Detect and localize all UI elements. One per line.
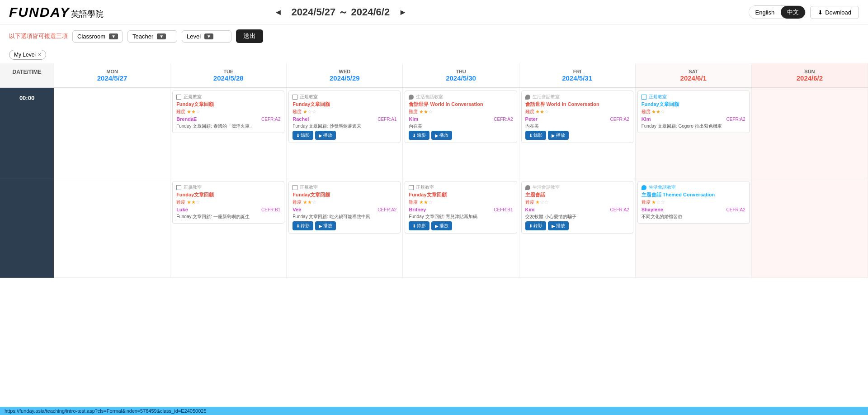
wed-cell-row2: 正規教室 Funday文章回顧 難度 ★★☆ Vee CEFR:A2 Funda… (287, 178, 403, 278)
fri-cell-row2: 生活會話教室 主題會話 難度 ★☆☆ Kim CEFR:A2 交友軟體-小心愛情… (519, 178, 636, 278)
class-topic: Funday 文章回顧: Gogoro 推出紫色機車 (642, 123, 745, 129)
classroom-dropdown[interactable]: Classroom ▼ (72, 30, 123, 43)
class-topic: Funday 文章回顧: 泰國的「漂浮火車」 (176, 123, 280, 129)
filter-label: 以下選項皆可複選三項 (9, 32, 68, 40)
classroom-arrow-icon: ▼ (109, 33, 118, 39)
language-toggle: English 中文 (749, 5, 806, 19)
class-card: 生活會話教室 主題會話 難度 ★☆☆ Kim CEFR:A2 交友軟體-小心愛情… (521, 181, 633, 234)
course-name: 主題會話 (525, 191, 629, 198)
teacher-row: Britney CEFR:B1 (409, 207, 513, 212)
record-button[interactable]: ⬇ 錄影 (292, 131, 313, 140)
course-name: 會話世界 World in Conversation (525, 101, 629, 108)
speech-icon (642, 185, 646, 190)
class-card: 生活會話教室 會話世界 World in Conversation 難度 ★★☆… (521, 91, 633, 143)
room-icon (176, 185, 181, 190)
teacher-name: Shaylene (642, 207, 663, 212)
play-button[interactable]: ▶ 播放 (431, 131, 452, 140)
action-buttons: ⬇ 錄影 ▶ 播放 (292, 131, 396, 140)
download-icon: ⬇ (818, 9, 823, 16)
class-card: 正規教室 Funday文章回顧 難度 ★★☆ BrendaE CEFR:A2 F… (172, 91, 284, 133)
difficulty: 難度 ★☆☆ (525, 199, 629, 205)
date-nav: ◄ 2024/5/27 ～ 2024/6/2 ► (274, 5, 407, 19)
level-dropdown[interactable]: Level ▼ (182, 30, 231, 43)
room-type: 正規教室 (292, 184, 396, 191)
tue-cell-row2: 正規教室 Funday文章回顧 難度 ★★☆ Luke CEFR:B1 Fund… (170, 178, 287, 278)
teacher-name: Rachel (292, 116, 309, 122)
play-button[interactable]: ▶ 播放 (548, 221, 569, 230)
class-topic: 交友軟體-小心愛情的騙子 (525, 214, 629, 219)
teacher-label: Teacher (132, 33, 153, 40)
next-week-button[interactable]: ► (399, 8, 407, 17)
room-type: 生活會話教室 (642, 184, 745, 191)
thu-header: THU 2024/5/30 (403, 63, 519, 87)
class-card: 正規教室 Funday文章回顧 難度 ★☆☆ Rachel CEFR:A1 Fu… (288, 91, 401, 143)
difficulty: 難度 ★★☆ (409, 109, 513, 115)
filter-tags-row: My Level × (0, 48, 868, 63)
class-card: 正規教室 Funday文章回顧 難度 ★★☆ Kim CEFR:A2 Funda… (637, 91, 750, 133)
record-button[interactable]: ⬇ 錄影 (525, 221, 546, 230)
teacher-row: BrendaE CEFR:A2 (176, 116, 280, 122)
logo-text: FUNDAY (9, 5, 70, 20)
mon-cell-row1 (54, 88, 170, 178)
room-icon (176, 95, 181, 100)
teacher-name: Peter (525, 116, 538, 122)
course-name: 會話世界 World in Conversation (409, 101, 513, 108)
class-topic: Funday 文章回顧: 一座新島嶼的誕生 (176, 214, 280, 219)
speech-icon (525, 95, 530, 100)
teacher-arrow-icon: ▼ (157, 33, 166, 39)
play-button[interactable]: ▶ 播放 (548, 131, 569, 140)
lang-chinese-button[interactable]: 中文 (781, 6, 805, 19)
time-slot-empty (0, 178, 54, 278)
record-button[interactable]: ⬇ 錄影 (292, 221, 313, 230)
sat-cell-row1: 正規教室 Funday文章回顧 難度 ★★☆ Kim CEFR:A2 Funda… (636, 88, 752, 178)
teacher-name: Luke (176, 207, 188, 212)
wed-cell-row1: 正規教室 Funday文章回顧 難度 ★☆☆ Rachel CEFR:A1 Fu… (287, 88, 403, 178)
course-name: Funday文章回顧 (176, 101, 280, 108)
course-name: Funday文章回顧 (292, 101, 396, 108)
record-button[interactable]: ⬇ 錄影 (409, 221, 429, 230)
class-card: 生活會話教室 主題會話 Themed Conversation 難度 ★☆☆ S… (637, 181, 750, 224)
teacher-name: BrendaE (176, 116, 197, 122)
difficulty: 難度 ★☆☆ (642, 199, 745, 205)
teacher-name: Vee (292, 207, 301, 212)
room-type: 正規教室 (409, 184, 513, 191)
teacher-row: Rachel CEFR:A1 (292, 116, 396, 122)
prev-week-button[interactable]: ◄ (274, 8, 283, 17)
record-button[interactable]: ⬇ 錄影 (409, 131, 429, 140)
my-level-tag-close[interactable]: × (38, 52, 41, 58)
submit-button[interactable]: 送出 (236, 29, 263, 43)
record-button[interactable]: ⬇ 錄影 (525, 131, 546, 140)
difficulty: 難度 ★★☆ (642, 109, 745, 115)
room-icon (642, 95, 646, 100)
difficulty: 難度 ★★☆ (525, 109, 629, 115)
cefr-level: CEFR:A2 (726, 117, 745, 122)
room-type: 正規教室 (176, 184, 280, 191)
class-card: 正規教室 Funday文章回顧 難度 ★★☆ Britney CEFR:B1 F… (405, 181, 517, 234)
course-name: Funday文章回顧 (409, 191, 513, 198)
lang-english-button[interactable]: English (749, 6, 781, 19)
room-type: 正規教室 (292, 94, 396, 100)
class-card: 生活會話教室 會話世界 World in Conversation 難度 ★★☆… (405, 91, 517, 143)
teacher-name: Kim (642, 116, 651, 122)
room-type: 生活會話教室 (525, 94, 629, 100)
classroom-label: Classroom (77, 33, 105, 40)
thu-cell-row2: 正規教室 Funday文章回顧 難度 ★★☆ Britney CEFR:B1 F… (403, 178, 519, 278)
action-buttons: ⬇ 錄影 ▶ 播放 (409, 131, 513, 140)
download-button[interactable]: ⬇ Download (810, 6, 859, 19)
course-name: Funday文章回顧 (292, 191, 396, 198)
play-button[interactable]: ▶ 播放 (315, 221, 336, 230)
speech-icon (525, 185, 530, 190)
cefr-level: CEFR:A2 (610, 207, 629, 212)
filter-bar: 以下選項皆可複選三項 Classroom ▼ Teacher ▼ Level ▼… (0, 25, 868, 48)
time-slot-0000: 00:00 (0, 88, 54, 178)
level-arrow-icon: ▼ (204, 33, 213, 39)
teacher-name: Britney (409, 207, 426, 212)
play-button[interactable]: ▶ 播放 (431, 221, 452, 230)
action-buttons: ⬇ 錄影 ▶ 播放 (525, 221, 629, 230)
tue-cell-row1: 正規教室 Funday文章回顧 難度 ★★☆ BrendaE CEFR:A2 F… (170, 88, 287, 178)
date-time-header: DATE/TIME (0, 63, 54, 87)
teacher-dropdown[interactable]: Teacher ▼ (127, 30, 177, 43)
teacher-name: Kim (525, 207, 535, 212)
speech-icon (409, 95, 414, 100)
play-button[interactable]: ▶ 播放 (315, 131, 336, 140)
